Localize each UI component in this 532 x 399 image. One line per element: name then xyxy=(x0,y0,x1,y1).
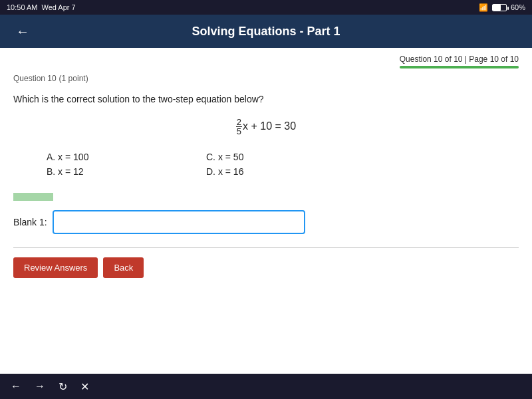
status-bar: 10:50 AM Wed Apr 7 📶 60% xyxy=(0,0,532,15)
blank-label: Blank 1: xyxy=(13,217,47,227)
question-points: (1 point) xyxy=(59,74,88,83)
answer-choices: A. x = 100 C. x = 50 B. x = 12 D. x = 16 xyxy=(47,152,519,177)
choice-d[interactable]: D. x = 16 xyxy=(206,166,339,177)
choice-a[interactable]: A. x = 100 xyxy=(47,152,180,162)
question-label: Question 10 (1 point) xyxy=(13,72,519,83)
choice-b[interactable]: B. x = 12 xyxy=(47,166,180,177)
question-info-bar: Question 10 of 10 | Page 10 of 10 xyxy=(13,55,519,68)
fraction: 2 5 xyxy=(236,118,242,136)
highlight-bar xyxy=(13,193,53,201)
back-button[interactable]: ← xyxy=(11,21,35,42)
progress-bar-container xyxy=(400,66,519,68)
numerator: 2 xyxy=(236,118,242,127)
question-progress-block: Question 10 of 10 | Page 10 of 10 xyxy=(400,55,519,68)
nav-forward-icon[interactable]: → xyxy=(35,380,45,392)
nav-close-icon[interactable]: ✕ xyxy=(80,380,89,393)
question-text: Which is the correct solution to the two… xyxy=(13,94,519,104)
status-right: 📶 60% xyxy=(479,3,525,12)
progress-bar-fill xyxy=(400,66,519,68)
bottom-buttons: Review Answers Back xyxy=(13,257,519,278)
wifi-icon: 📶 xyxy=(479,3,488,12)
blank-input[interactable] xyxy=(53,210,305,234)
time-display: 10:50 AM xyxy=(7,3,37,11)
denominator: 5 xyxy=(236,127,242,136)
question-number: Question 10 xyxy=(13,74,57,83)
nav-back-icon[interactable]: ← xyxy=(11,380,21,392)
question-progress-text: Question 10 of 10 | Page 10 of 10 xyxy=(400,55,519,64)
back-button-bottom[interactable]: Back xyxy=(103,257,144,278)
status-left: 10:50 AM Wed Apr 7 xyxy=(7,3,76,11)
main-content: Question 10 of 10 | Page 10 of 10 Questi… xyxy=(0,48,532,374)
header: ← Solving Equations - Part 1 xyxy=(0,15,532,48)
review-answers-button[interactable]: Review Answers xyxy=(13,257,98,278)
divider xyxy=(13,247,519,248)
equation-rest: x + 10 = 30 xyxy=(243,120,296,132)
page-title: Solving Equations - Part 1 xyxy=(192,25,340,39)
equation-display: 2 5 x + 10 = 30 xyxy=(13,118,519,136)
blank-row: Blank 1: xyxy=(13,210,519,234)
choice-c[interactable]: C. x = 50 xyxy=(206,152,339,162)
nav-refresh-icon[interactable]: ↻ xyxy=(59,380,67,393)
battery-percent: 60% xyxy=(511,3,525,11)
bottom-nav: ← → ↻ ✕ xyxy=(0,374,532,399)
battery-indicator xyxy=(492,4,507,11)
date-display: Wed Apr 7 xyxy=(41,3,75,11)
